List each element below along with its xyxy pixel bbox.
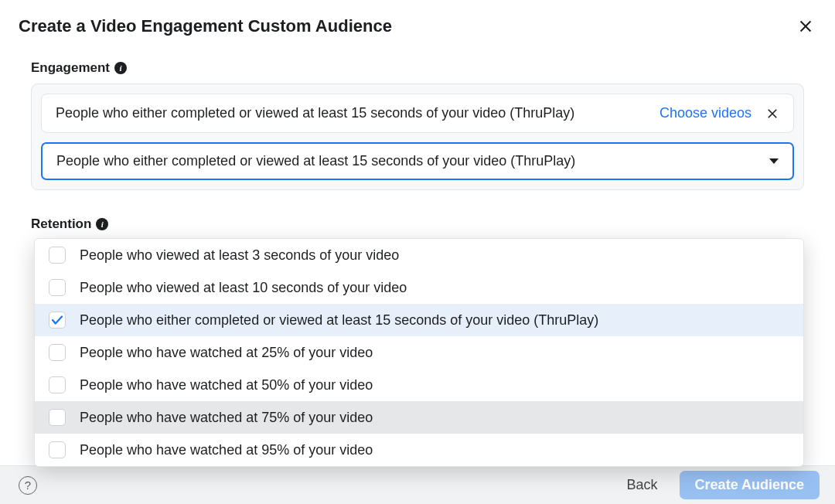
selected-engagement-row: People who either completed or viewed at… (41, 94, 794, 133)
retention-label: Retention i (31, 216, 804, 232)
engagement-option[interactable]: People who have watched at 25% of your v… (35, 336, 803, 369)
close-button[interactable] (795, 15, 816, 37)
choose-videos-link[interactable]: Choose videos (659, 105, 752, 121)
engagement-option[interactable]: People who have watched at 75% of your v… (35, 401, 803, 434)
engagement-option-label: People who either completed or viewed at… (80, 312, 598, 329)
engagement-option[interactable]: People who have watched at 95% of your v… (35, 434, 803, 466)
modal-footer: ? Back Create Audience (0, 465, 835, 504)
close-icon (797, 18, 814, 35)
engagement-option-label: People who have watched at 50% of your v… (80, 377, 373, 393)
engagement-options-menu[interactable]: People who viewed at least 3 seconds of … (34, 238, 804, 467)
chevron-down-icon (769, 158, 779, 164)
engagement-dropdown[interactable]: People who either completed or viewed at… (41, 142, 794, 180)
engagement-option-label: People who have watched at 25% of your v… (80, 345, 373, 361)
create-audience-button[interactable]: Create Audience (680, 471, 820, 499)
engagement-panel: People who either completed or viewed at… (31, 83, 804, 190)
checkbox[interactable] (49, 409, 66, 426)
engagement-label-text: Engagement (31, 60, 110, 76)
engagement-option[interactable]: People who either completed or viewed at… (35, 304, 803, 336)
checkbox[interactable] (49, 247, 66, 264)
engagement-label: Engagement i (31, 60, 804, 76)
engagement-dropdown-value: People who either completed or viewed at… (56, 153, 575, 169)
checkbox[interactable] (49, 279, 66, 296)
engagement-option[interactable]: People who have watched at 50% of your v… (35, 369, 803, 401)
modal-title: Create a Video Engagement Custom Audienc… (19, 16, 392, 36)
help-button[interactable]: ? (19, 476, 37, 495)
checkbox[interactable] (49, 441, 66, 458)
info-icon[interactable]: i (114, 62, 127, 74)
back-button[interactable]: Back (615, 472, 670, 498)
remove-selection-button[interactable] (765, 107, 779, 121)
engagement-option[interactable]: People who viewed at least 3 seconds of … (35, 239, 803, 271)
engagement-option-label: People who have watched at 75% of your v… (80, 410, 373, 426)
engagement-option-label: People who have watched at 95% of your v… (80, 442, 373, 458)
checkbox[interactable] (49, 344, 66, 361)
checkbox[interactable] (49, 312, 66, 329)
engagement-option[interactable]: People who viewed at least 10 seconds of… (35, 271, 803, 304)
close-icon (765, 107, 779, 121)
selected-engagement-text: People who either completed or viewed at… (56, 105, 646, 121)
retention-label-text: Retention (31, 216, 91, 232)
engagement-option-label: People who viewed at least 3 seconds of … (80, 247, 399, 264)
checkbox[interactable] (49, 376, 66, 393)
info-icon[interactable]: i (96, 218, 108, 230)
engagement-option-label: People who viewed at least 10 seconds of… (80, 280, 407, 296)
